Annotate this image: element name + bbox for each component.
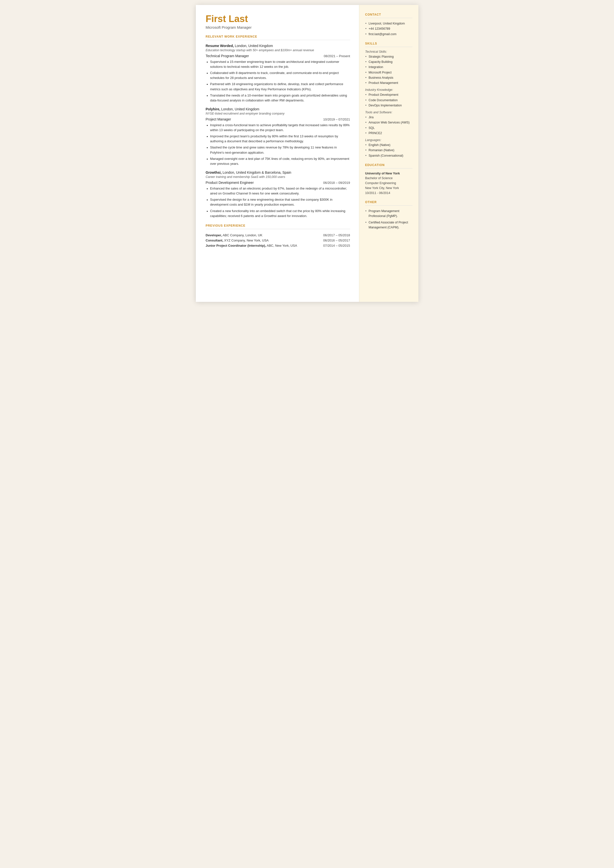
job-dates-1: 08/2021 – Present (324, 54, 350, 58)
job-row-3: Product Development Engineer 06/2018 – 0… (206, 181, 350, 185)
company-block-2: Polyhire, London, United Kingdom (206, 107, 350, 111)
prev-role-rest-1: ABC Company, London, UK (222, 233, 262, 237)
other-item-2: Certified Associate of Project Managemen… (365, 220, 412, 230)
prev-dates-cell-1: 06/2017 – 05/2018 (299, 233, 350, 238)
skill-item: English (Native) (365, 143, 412, 148)
previous-exp-table: Developer, ABC Company, London, UK 06/20… (206, 233, 350, 248)
bullet-item: Improved the project team's productivity… (206, 134, 350, 144)
bullet-item: Inspired a cross-functional team to achi… (206, 123, 350, 133)
candidate-name: First Last (206, 14, 350, 24)
job-bullets-1: Supervised a 15-member engineering team … (206, 59, 350, 103)
skill-item: Amazon Web Services (AWS) (365, 120, 412, 125)
bullet-item: Collaborated with 8 departments to track… (206, 70, 350, 81)
prev-dates-cell-3: 07/2014 – 05/2015 (299, 243, 350, 248)
company-name-3: Growthsi, (206, 171, 222, 174)
contact-phone: +44 123456789 (365, 26, 412, 31)
edu-degree: Bachelor of Science (365, 175, 412, 181)
edu-field: Computer Engineering (365, 181, 412, 186)
skills-cat-industry: Industry Knowledge: (365, 88, 412, 92)
company-location-3: London, United Kingdom & Barcelona, Spai… (222, 171, 291, 174)
job-row-1: Technical Program Manager 08/2021 – Pres… (206, 54, 350, 58)
job-bullets-2: Inspired a cross-functional team to achi… (206, 123, 350, 166)
table-row: Junior Project Coordinator (Internship),… (206, 243, 350, 248)
relevant-work-section-title: RELEVANT WORK EXPERIENCE (206, 35, 350, 38)
skills-cat-tools: Tools and Software: (365, 110, 412, 114)
skill-item: Romanian (Native) (365, 148, 412, 153)
other-divider (365, 205, 412, 206)
skills-section-title: SKILLS (365, 42, 412, 45)
bullet-item: Managed oversight over a test plan of 75… (206, 156, 350, 166)
job-row-2: Project Manager 10/2019 – 07/2021 (206, 117, 350, 121)
edu-location: New York City, New York (365, 186, 412, 191)
prev-role-bold-3: Junior Project Coordinator (Internship), (206, 244, 266, 247)
company-block-1: Resume Worded, London, United Kingdom (206, 43, 350, 48)
prev-role-cell: Junior Project Coordinator (Internship),… (206, 243, 300, 248)
company-block-3: Growthsi, London, United Kingdom & Barce… (206, 170, 350, 175)
bullet-item: Supervised a 15-member engineering team … (206, 59, 350, 69)
contact-divider (365, 18, 412, 18)
contact-location: Liverpool, United Kingdom (365, 21, 412, 26)
skills-list-languages: English (Native) Romanian (Native) Spani… (365, 143, 412, 158)
other-item-1: Program Management Professional (PgMP). (365, 209, 412, 219)
bullet-item: Created a new functionality into an embe… (206, 209, 350, 219)
skill-item: Strategic Planning (365, 54, 412, 59)
skill-item: Integration (365, 65, 412, 70)
contact-section-title: CONTACT (365, 13, 412, 16)
prev-role-bold-1: Developer, (206, 233, 222, 237)
prev-role-rest-2: XYZ Company, New York, USA (223, 239, 268, 242)
skill-item: Product Management (365, 81, 412, 85)
job-dates-3: 06/2018 – 09/2019 (323, 181, 350, 185)
job-title-1: Technical Program Manager (206, 54, 249, 58)
skills-list-technical: Strategic Planning Capacity Building Int… (365, 54, 412, 86)
skills-list-industry: Product Development Code Documentation D… (365, 92, 412, 108)
resume-container: First Last Microsoft Program Manager REL… (196, 5, 419, 302)
main-column: First Last Microsoft Program Manager REL… (196, 5, 359, 302)
skill-item: SQL (365, 126, 412, 130)
company-desc-2: NYSE-listed recruitment and employer bra… (206, 112, 350, 115)
skill-item: Product Development (365, 92, 412, 98)
skills-list-tools: Jira Amazon Web Services (AWS) SQL PRINC… (365, 115, 412, 136)
sidebar: CONTACT Liverpool, United Kingdom +44 12… (359, 5, 419, 302)
edu-dates: 10/2011 - 06/2014 (365, 191, 412, 196)
contact-email: first.last@gmail.com (365, 32, 412, 37)
candidate-title: Microsoft Program Manager (206, 25, 350, 30)
skill-item: Code Documentation (365, 98, 412, 103)
company-location-2: London, United Kingdom (220, 107, 259, 111)
skill-item: Microsoft Project (365, 70, 412, 75)
skill-item: Spanish (Conversational) (365, 153, 412, 158)
relevant-work-divider (206, 40, 350, 40)
bullet-item: Translated the needs of a 10-member team… (206, 93, 350, 103)
table-row: Developer, ABC Company, London, UK 06/20… (206, 233, 350, 238)
job-bullets-3: Enhanced the sales of an electronic prod… (206, 186, 350, 219)
bullet-item: Supervised the design for a new engineer… (206, 197, 350, 207)
skills-cat-technical: Technical Skills: (365, 50, 412, 53)
company-desc-3: Career training and membership SaaS with… (206, 175, 350, 179)
edu-school: University of New York (365, 171, 412, 175)
job-title-2: Project Manager (206, 117, 231, 121)
previous-exp-divider (206, 229, 350, 229)
skill-item: Business Analysis (365, 75, 412, 81)
company-desc-1: Education technology startup with 50+ em… (206, 48, 350, 52)
job-dates-2: 10/2019 – 07/2021 (323, 118, 350, 121)
bullet-item: Enhanced the sales of an electronic prod… (206, 186, 350, 196)
prev-role-rest-3: ABC, New York, USA (266, 244, 297, 247)
skills-cat-languages: Languages: (365, 138, 412, 142)
prev-role-cell: Consultant, XYZ Company, New York, USA (206, 238, 300, 243)
company-name-1: Resume Worded, (206, 44, 234, 48)
skill-item: DevOps Implementation (365, 103, 412, 108)
skill-item: Capacity Building (365, 59, 412, 65)
other-section-title: OTHER (365, 200, 412, 204)
bullet-item: Partnered with 18 engineering organizati… (206, 82, 350, 92)
prev-role-bold-2: Consultant, (206, 239, 223, 242)
table-row: Consultant, XYZ Company, New York, USA 0… (206, 238, 350, 243)
prev-role-cell: Developer, ABC Company, London, UK (206, 233, 300, 238)
prev-dates-cell-2: 06/2016 – 05/2017 (299, 238, 350, 243)
contact-list: Liverpool, United Kingdom +44 123456789 … (365, 21, 412, 37)
education-divider (365, 168, 412, 169)
bullet-item: Slashed the cycle time and grew sales re… (206, 145, 350, 155)
job-title-3: Product Development Engineer (206, 181, 254, 185)
company-location-1: London, United Kingdom (234, 44, 273, 48)
company-name-2: Polyhire, (206, 107, 220, 111)
previous-exp-section-title: PREVIOUS EXPERIENCE (206, 224, 350, 227)
skill-item: Jira (365, 115, 412, 120)
